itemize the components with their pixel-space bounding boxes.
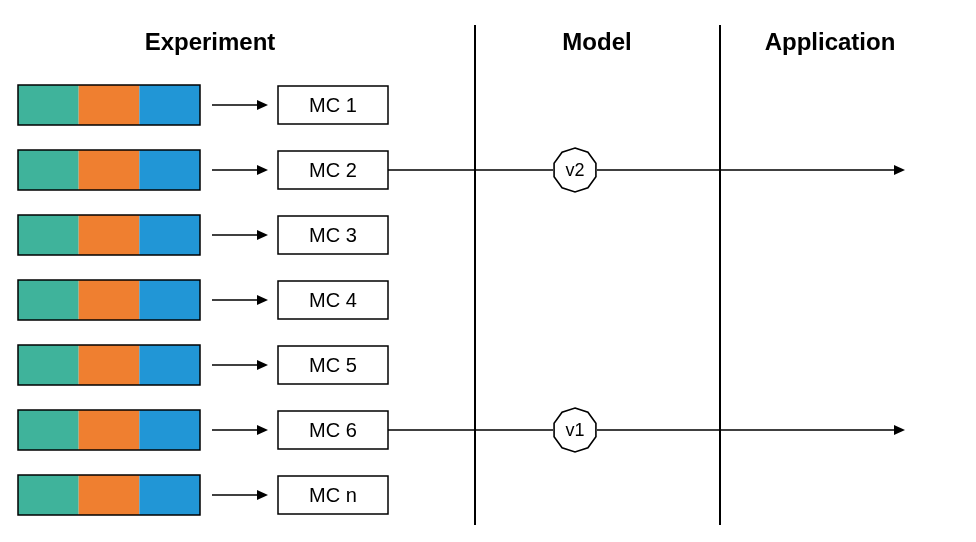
- bar-segment-a: [18, 215, 79, 255]
- bar-segment-c: [139, 280, 200, 320]
- arrow-to-mc-arrowhead-icon: [257, 425, 268, 435]
- model-flows: v2v1: [388, 148, 905, 452]
- bar-segment-a: [18, 280, 79, 320]
- model-label: v1: [565, 420, 584, 440]
- experiment-row: MC 1: [18, 85, 388, 125]
- experiment-row: MC 2: [18, 150, 388, 190]
- bar-segment-b: [79, 85, 140, 125]
- mc-label: MC 2: [309, 159, 357, 181]
- mc-label: MC 5: [309, 354, 357, 376]
- bar-segment-b: [79, 150, 140, 190]
- arrow-to-mc-arrowhead-icon: [257, 360, 268, 370]
- column-heading-model: Model: [562, 28, 631, 55]
- experiment-row: MC 4: [18, 280, 388, 320]
- bar-segment-c: [139, 345, 200, 385]
- bar-segment-c: [139, 85, 200, 125]
- mc-label: MC 1: [309, 94, 357, 116]
- bar-segment-a: [18, 150, 79, 190]
- model-label: v2: [565, 160, 584, 180]
- bar-segment-b: [79, 410, 140, 450]
- mc-label: MC 3: [309, 224, 357, 246]
- experiment-row: MC n: [18, 475, 388, 515]
- arrow-to-mc-arrowhead-icon: [257, 165, 268, 175]
- arrow-to-mc-arrowhead-icon: [257, 100, 268, 110]
- bar-segment-c: [139, 475, 200, 515]
- arrow-to-mc-arrowhead-icon: [257, 490, 268, 500]
- bar-segment-c: [139, 215, 200, 255]
- experiment-row: MC 3: [18, 215, 388, 255]
- pipeline-diagram: Experiment Model Application MC 1MC 2MC …: [0, 0, 976, 542]
- bar-segment-b: [79, 215, 140, 255]
- bar-segment-c: [139, 150, 200, 190]
- bar-segment-b: [79, 345, 140, 385]
- mc-label: MC 6: [309, 419, 357, 441]
- bar-segment-a: [18, 475, 79, 515]
- bar-segment-a: [18, 345, 79, 385]
- mc-label: MC 4: [309, 289, 357, 311]
- bar-segment-c: [139, 410, 200, 450]
- model-flow: v1: [388, 408, 905, 452]
- application-arrowhead-icon: [894, 165, 905, 175]
- application-arrowhead-icon: [894, 425, 905, 435]
- bar-segment-b: [79, 475, 140, 515]
- model-flow: v2: [388, 148, 905, 192]
- experiment-row: MC 6: [18, 410, 388, 450]
- column-heading-experiment: Experiment: [145, 28, 276, 55]
- experiment-row: MC 5: [18, 345, 388, 385]
- arrow-to-mc-arrowhead-icon: [257, 295, 268, 305]
- mc-label: MC n: [309, 484, 357, 506]
- bar-segment-a: [18, 85, 79, 125]
- column-heading-application: Application: [765, 28, 896, 55]
- arrow-to-mc-arrowhead-icon: [257, 230, 268, 240]
- bar-segment-b: [79, 280, 140, 320]
- experiment-rows: MC 1MC 2MC 3MC 4MC 5MC 6MC n: [18, 85, 388, 515]
- bar-segment-a: [18, 410, 79, 450]
